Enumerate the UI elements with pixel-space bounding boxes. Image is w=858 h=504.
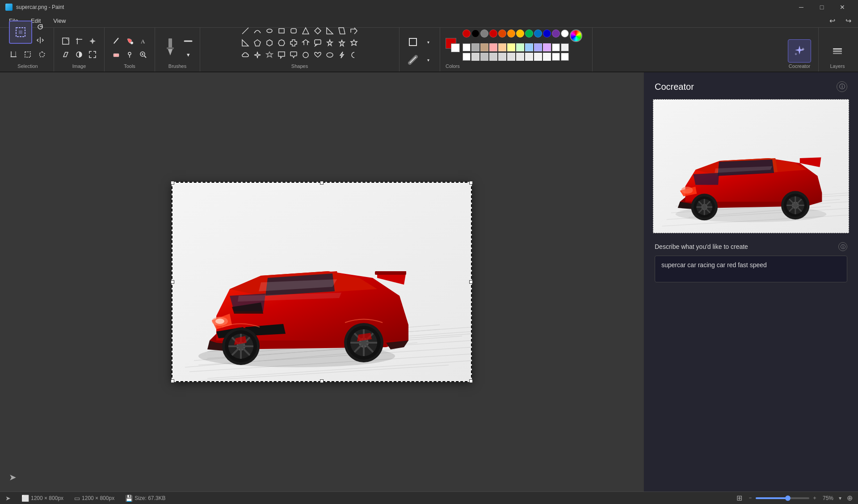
color-swatch[interactable]: [463, 53, 471, 61]
maximize-button[interactable]: □: [812, 0, 832, 14]
color-swatch[interactable]: [525, 43, 533, 51]
select-all-button[interactable]: [21, 48, 34, 61]
shape-arrow-right[interactable]: [348, 25, 360, 37]
color-swatch[interactable]: [525, 29, 533, 38]
color-swatch[interactable]: [507, 43, 515, 51]
canvas-area[interactable]: ➤: [0, 72, 644, 491]
shape-curve[interactable]: [252, 25, 263, 37]
color-swatch[interactable]: [552, 29, 560, 38]
brush-main-button[interactable]: [160, 36, 180, 59]
eraser-button[interactable]: [110, 48, 122, 61]
zoom-slider[interactable]: [756, 497, 809, 499]
shape-callout[interactable]: [312, 37, 324, 49]
color-swatch[interactable]: [489, 53, 497, 61]
magic-select-button[interactable]: [86, 35, 99, 47]
zoom-button[interactable]: [137, 48, 149, 61]
color-swatch[interactable]: [480, 29, 488, 38]
pencil-button[interactable]: [110, 35, 122, 47]
rotate-button[interactable]: [34, 21, 46, 33]
color-swatch[interactable]: [525, 53, 533, 61]
shape-speech2[interactable]: [288, 49, 299, 61]
selection-main-button[interactable]: [9, 21, 32, 44]
color-swatch[interactable]: [471, 29, 479, 38]
panel-info-button[interactable]: ⓘ: [837, 81, 847, 92]
zoom-expand[interactable]: ⊕: [847, 494, 853, 502]
color-swatch[interactable]: [489, 29, 497, 38]
color-swatch[interactable]: [480, 53, 488, 61]
shape-4star[interactable]: [252, 49, 263, 61]
color-swatch[interactable]: [498, 43, 506, 51]
color-swatch[interactable]: [543, 43, 551, 51]
color-swatch[interactable]: [534, 43, 542, 51]
brush-type-button[interactable]: [182, 35, 194, 47]
color-swatch[interactable]: [516, 43, 524, 51]
shape-rect[interactable]: [276, 25, 287, 37]
shape-circle2[interactable]: [300, 49, 311, 61]
color-picker-custom[interactable]: [570, 29, 582, 42]
fill-dropdown[interactable]: ▾: [422, 54, 434, 66]
outline-dropdown[interactable]: ▾: [422, 36, 434, 48]
shape-heart[interactable]: [312, 49, 324, 61]
describe-info-button[interactable]: ⓘ: [838, 242, 847, 251]
color-swatch[interactable]: [552, 53, 560, 61]
color-swatch[interactable]: [543, 29, 551, 38]
color-swatch[interactable]: [498, 29, 506, 38]
redo-button[interactable]: ↪: [842, 15, 854, 27]
shape-cloud[interactable]: [240, 49, 251, 61]
color-swatch[interactable]: [552, 43, 560, 51]
skew-button[interactable]: [59, 48, 72, 61]
color-swatch[interactable]: [471, 43, 479, 51]
color-swatch[interactable]: [463, 43, 471, 51]
zoom-minus[interactable]: －: [748, 494, 753, 502]
shape-moon[interactable]: [348, 49, 360, 61]
color-swatch[interactable]: [507, 29, 515, 38]
zoom-thumb[interactable]: [785, 496, 791, 501]
color-swatch[interactable]: [516, 29, 524, 38]
text-button[interactable]: A: [137, 35, 149, 47]
crop-button[interactable]: [7, 48, 20, 61]
color-swatch[interactable]: [561, 29, 569, 38]
expand-button[interactable]: [86, 48, 99, 61]
crop-image-button[interactable]: [73, 35, 85, 47]
shape-oval[interactable]: [264, 25, 275, 37]
undo-button[interactable]: ↩: [826, 15, 838, 27]
zoom-fit-icon[interactable]: ⊞: [736, 494, 742, 502]
color-swatch[interactable]: [561, 43, 569, 51]
shape-triangle[interactable]: [300, 25, 311, 37]
shape-parallelogram[interactable]: [336, 25, 348, 37]
color-swatch[interactable]: [534, 53, 542, 61]
color-swatch[interactable]: [498, 53, 506, 61]
close-button[interactable]: ✕: [832, 0, 853, 14]
shape-6star[interactable]: [264, 49, 275, 61]
canvas[interactable]: [172, 182, 472, 382]
color-swatch[interactable]: [534, 29, 542, 38]
zoom-plus[interactable]: ＋: [812, 494, 817, 502]
shape-star6[interactable]: [348, 37, 360, 49]
fill-button[interactable]: [123, 35, 136, 47]
color-swatch[interactable]: [471, 53, 479, 61]
shape-hexagon[interactable]: [264, 37, 275, 49]
resize-button[interactable]: [59, 35, 72, 47]
shape-line[interactable]: [240, 25, 251, 37]
shape-speech[interactable]: [276, 49, 287, 61]
shape-rtriangle2[interactable]: [240, 37, 251, 49]
shape-arrow-up[interactable]: [300, 37, 311, 49]
shape-rtriangle[interactable]: [324, 25, 336, 37]
color-swatch[interactable]: [507, 53, 515, 61]
brush-dropdown-button[interactable]: ▾: [182, 48, 194, 61]
free-select-button[interactable]: [36, 48, 48, 61]
color-swatch[interactable]: [463, 29, 471, 38]
shape-pentagon[interactable]: [252, 37, 263, 49]
shape-star5[interactable]: [336, 37, 348, 49]
shape-roundrect[interactable]: [288, 25, 299, 37]
outline-button[interactable]: [405, 34, 421, 50]
color-swatch[interactable]: [480, 43, 488, 51]
shape-heptagon[interactable]: [276, 37, 287, 49]
color-swatch[interactable]: [489, 43, 497, 51]
color-swatch[interactable]: [516, 53, 524, 61]
minimize-button[interactable]: ─: [791, 0, 812, 14]
shape-oval2[interactable]: [324, 49, 336, 61]
shape-cross[interactable]: [288, 37, 299, 49]
cocreator-ribbon-button[interactable]: [788, 39, 811, 63]
zoom-dropdown[interactable]: ▾: [839, 495, 841, 501]
